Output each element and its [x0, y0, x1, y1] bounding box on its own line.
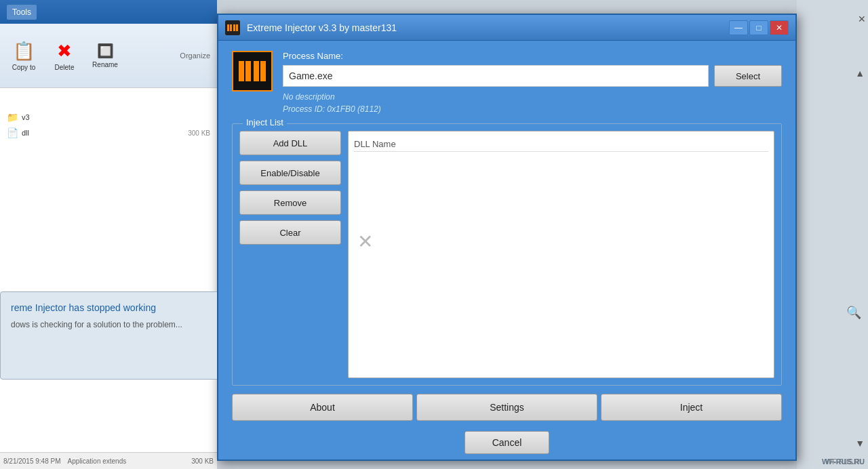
maximize-button[interactable]: □	[749, 20, 768, 35]
dll-list-panel: DLL Name ✕	[348, 131, 774, 378]
file-name: v3	[22, 113, 30, 121]
inject-button[interactable]: Inject	[601, 394, 782, 421]
enable-disable-button[interactable]: Enable/Disable	[239, 161, 341, 185]
process-info: Process Name: Select No description Proc…	[283, 51, 782, 115]
file-row[interactable]: 📄 dll 300 KB	[7, 126, 210, 140]
status-size: 300 KB	[191, 457, 214, 465]
dll-list-empty: ✕	[354, 155, 768, 344]
stopped-working-title: reme Injector has stopped working	[11, 302, 217, 313]
dialog-body: Process Name: Select No description Proc…	[218, 41, 795, 431]
status-date: 8/21/2015 9:48 PM	[3, 457, 61, 465]
close-window-icon[interactable]: ✕	[858, 14, 866, 24]
inject-list-legend: Inject List	[243, 117, 287, 127]
empty-cross-icon: ✕	[357, 230, 373, 253]
explorer-background: Tools 📋 Copy to ✖ Delete 🔲 Rename Organi…	[0, 0, 217, 469]
cancel-section: Cancel	[218, 431, 795, 460]
dll-column-header: DLL Name	[354, 137, 768, 152]
extreme-injector-dialog: Extreme Injector v3.3 by master131 — □ ✕	[217, 14, 797, 461]
clear-button[interactable]: Clear	[239, 220, 341, 245]
rename-icon: 🔲	[97, 43, 114, 59]
rename-toolbar-item[interactable]: 🔲 Rename	[88, 43, 122, 68]
inject-buttons-panel: Add DLL Enable/Disable Remove Clear	[239, 131, 341, 378]
cancel-button[interactable]: Cancel	[465, 431, 550, 454]
svg-rect-1	[239, 61, 244, 81]
tools-nav-item[interactable]: Tools	[7, 5, 37, 20]
copy-label: Copy to	[12, 64, 35, 71]
process-description: No description Process ID: 0x1FB0 (8112)	[283, 91, 782, 115]
add-dll-button[interactable]: Add DLL	[239, 131, 341, 155]
stopped-working-dialog: reme Injector has stopped working dows i…	[0, 291, 217, 380]
delete-label: Delete	[55, 64, 75, 71]
process-section: Process Name: Select No description Proc…	[232, 51, 782, 115]
rename-label: Rename	[92, 61, 118, 68]
about-button[interactable]: About	[232, 394, 413, 421]
app-icon	[225, 20, 240, 35]
stopped-working-body: dows is checking for a solution to the p…	[11, 320, 217, 329]
copy-icon: 📋	[13, 41, 35, 62]
delete-icon: ✖	[57, 41, 72, 62]
status-type: Application extends	[68, 457, 127, 465]
inject-list-section: Inject List Add DLL Enable/Disable Remov…	[232, 123, 782, 386]
remove-button[interactable]: Remove	[239, 190, 341, 215]
svg-rect-2	[245, 61, 251, 81]
process-name-input[interactable]	[283, 65, 709, 87]
status-bar: 8/21/2015 9:48 PM Application extends 30…	[0, 452, 217, 469]
search-icon[interactable]: 🔍	[846, 305, 861, 320]
process-name-label: Process Name:	[283, 51, 782, 61]
scroll-down-icon[interactable]: ▼	[855, 438, 865, 449]
watermark: WF-RUS.RU	[822, 457, 865, 466]
minimize-button[interactable]: —	[729, 20, 748, 35]
file-row[interactable]: 📁 v3	[7, 110, 210, 124]
window-controls: — □ ✕	[729, 20, 789, 35]
dialog-title: Extreme Injector v3.3 by master131	[247, 22, 722, 33]
dialog-titlebar: Extreme Injector v3.3 by master131 — □ ✕	[218, 15, 795, 41]
process-name-row: Select	[283, 65, 782, 87]
scroll-up-icon[interactable]: ▲	[855, 68, 865, 79]
file-name: dll	[22, 129, 29, 137]
delete-toolbar-item[interactable]: ✖ Delete	[47, 41, 81, 71]
svg-rect-3	[254, 61, 259, 81]
right-background: ▲ ▼ ✕ WF-RUS.RU	[797, 0, 868, 469]
settings-button[interactable]: Settings	[416, 394, 597, 421]
select-process-button[interactable]: Select	[714, 65, 782, 87]
inject-list-content: Add DLL Enable/Disable Remove Clear DLL …	[239, 131, 774, 378]
process-logo	[232, 51, 273, 91]
close-button[interactable]: ✕	[770, 20, 789, 35]
svg-rect-4	[260, 61, 266, 81]
file-size: 300 KB	[188, 129, 210, 137]
organize-label: Organize	[180, 52, 210, 60]
bottom-buttons: About Settings Inject	[232, 394, 782, 421]
copy-toolbar-item[interactable]: 📋 Copy to	[7, 41, 41, 71]
